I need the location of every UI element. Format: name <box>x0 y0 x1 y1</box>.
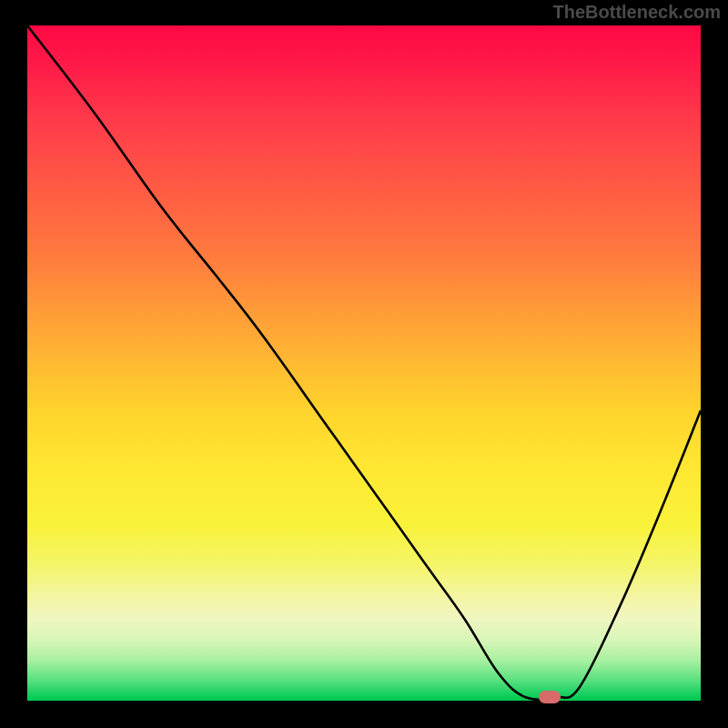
curve-svg <box>27 25 701 701</box>
chart-area <box>27 25 701 701</box>
optimal-marker <box>539 691 561 703</box>
watermark-text: TheBottleneck.com <box>553 2 721 23</box>
bottleneck-curve <box>27 25 701 700</box>
